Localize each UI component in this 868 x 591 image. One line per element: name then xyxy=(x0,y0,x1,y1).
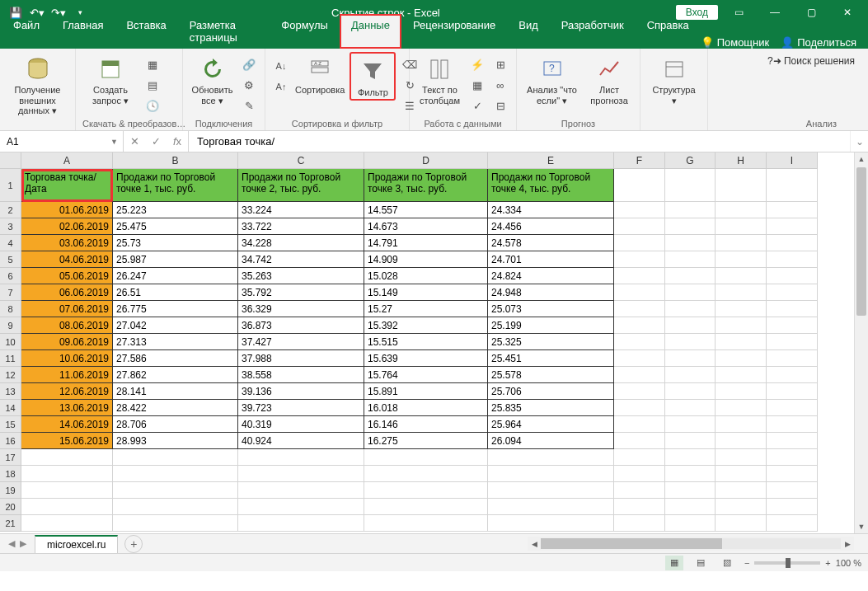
cell[interactable] xyxy=(716,400,767,416)
cell[interactable] xyxy=(665,367,716,383)
cell[interactable] xyxy=(716,416,767,433)
scroll-down-icon[interactable]: ▼ xyxy=(855,520,868,533)
tab-справка[interactable]: Справка xyxy=(636,14,701,49)
hscroll-thumb[interactable] xyxy=(541,538,722,549)
row-header[interactable]: 2 xyxy=(0,202,21,218)
cell[interactable] xyxy=(716,317,767,334)
cell[interactable] xyxy=(665,499,716,515)
tab-файл[interactable]: Файл xyxy=(2,14,51,49)
cell[interactable]: 25.73 xyxy=(113,235,238,251)
col-header[interactable]: I xyxy=(767,152,818,168)
cell[interactable] xyxy=(716,301,767,317)
cell[interactable]: 35.792 xyxy=(238,284,364,301)
cell[interactable]: 36.329 xyxy=(238,301,364,317)
sort-desc-icon[interactable]: A↑ xyxy=(272,77,290,96)
forecast-sheet-button[interactable]: Лист прогноза xyxy=(585,52,633,106)
tab-вид[interactable]: Вид xyxy=(507,14,550,49)
cell[interactable]: 25.475 xyxy=(113,218,238,235)
sheet-prev-icon[interactable]: ◀ xyxy=(8,538,15,549)
cell[interactable]: 25.987 xyxy=(113,251,238,268)
cell[interactable]: 34.742 xyxy=(238,251,364,268)
tab-данные[interactable]: Данные xyxy=(340,14,401,49)
cell[interactable] xyxy=(767,383,818,400)
cell[interactable] xyxy=(665,466,716,482)
cell[interactable]: 27.586 xyxy=(113,350,238,367)
cell[interactable] xyxy=(767,284,818,301)
cell[interactable] xyxy=(113,499,238,515)
cell[interactable] xyxy=(21,499,113,515)
cell[interactable] xyxy=(716,383,767,400)
tab-главная[interactable]: Главная xyxy=(51,14,115,49)
cell[interactable] xyxy=(614,202,665,218)
cell[interactable] xyxy=(488,449,614,466)
cell[interactable] xyxy=(113,482,238,499)
cell[interactable] xyxy=(364,482,488,499)
ribbon-options-icon[interactable]: ▭ xyxy=(723,0,754,25)
cell[interactable]: 15.764 xyxy=(364,367,488,383)
cell[interactable]: 14.06.2019 xyxy=(21,416,113,433)
cell[interactable] xyxy=(614,317,665,334)
cell[interactable]: 15.891 xyxy=(364,383,488,400)
cell[interactable]: 25.451 xyxy=(488,350,614,367)
cell[interactable] xyxy=(716,218,767,235)
cell[interactable] xyxy=(767,515,818,532)
row-header[interactable]: 3 xyxy=(0,218,21,235)
col-header[interactable]: G xyxy=(665,152,716,168)
cell[interactable]: 38.558 xyxy=(238,367,364,383)
cell[interactable] xyxy=(614,301,665,317)
get-external-data-button[interactable]: Получение внешних данных ▾ xyxy=(7,52,68,116)
cell[interactable] xyxy=(113,466,238,482)
cell[interactable] xyxy=(716,499,767,515)
outline-button[interactable]: Структура ▾ xyxy=(647,52,701,106)
cell[interactable] xyxy=(614,350,665,367)
filter-button[interactable]: Фильтр xyxy=(352,54,393,98)
cell[interactable]: 25.706 xyxy=(488,383,614,400)
close-icon[interactable]: ✕ xyxy=(832,0,863,25)
remove-duplicates-icon[interactable]: ▦ xyxy=(468,76,486,94)
cell[interactable]: 15.27 xyxy=(364,301,488,317)
cell[interactable] xyxy=(716,169,767,202)
cell[interactable]: 33.224 xyxy=(238,202,364,218)
add-sheet-icon[interactable]: + xyxy=(124,535,143,553)
cell[interactable] xyxy=(716,334,767,350)
cell[interactable]: 02.06.2019 xyxy=(21,218,113,235)
row-header[interactable]: 4 xyxy=(0,235,21,251)
row-header[interactable]: 1 xyxy=(0,169,21,202)
cell[interactable] xyxy=(665,400,716,416)
cell[interactable]: 33.722 xyxy=(238,218,364,235)
cell[interactable] xyxy=(767,433,818,449)
cell[interactable]: 25.223 xyxy=(113,202,238,218)
cell[interactable]: 11.06.2019 xyxy=(21,367,113,383)
cell[interactable] xyxy=(113,449,238,466)
cell[interactable]: 15.515 xyxy=(364,334,488,350)
col-header[interactable]: B xyxy=(113,152,238,168)
tell-me-button[interactable]: 💡 Помощник xyxy=(701,36,770,49)
sort-asc-icon[interactable]: A↓ xyxy=(272,57,290,75)
flash-fill-icon[interactable]: ⚡ xyxy=(468,55,486,73)
cell[interactable] xyxy=(716,350,767,367)
cell[interactable] xyxy=(665,334,716,350)
cell[interactable] xyxy=(665,268,716,284)
relationships-icon[interactable]: ∞ xyxy=(491,76,509,94)
row-header[interactable]: 9 xyxy=(0,317,21,334)
tab-рецензирование[interactable]: Рецензирование xyxy=(401,14,507,49)
cell[interactable] xyxy=(21,466,113,482)
col-header[interactable]: C xyxy=(238,152,364,168)
tab-разметка страницы[interactable]: Разметка страницы xyxy=(178,14,270,49)
formula-input[interactable]: Торговая точка/ xyxy=(189,131,850,152)
cell[interactable]: Продажи по Торговой точке 4, тыс. руб. xyxy=(488,169,614,202)
cell[interactable]: 24.456 xyxy=(488,218,614,235)
data-validation-icon[interactable]: ✓ xyxy=(468,96,486,115)
cell[interactable]: 15.028 xyxy=(364,268,488,284)
cell[interactable] xyxy=(614,449,665,466)
cell[interactable] xyxy=(767,202,818,218)
cell[interactable] xyxy=(716,466,767,482)
cell[interactable]: 26.094 xyxy=(488,433,614,449)
cell[interactable] xyxy=(364,449,488,466)
cell[interactable] xyxy=(614,499,665,515)
cell[interactable] xyxy=(767,301,818,317)
cell[interactable]: 01.06.2019 xyxy=(21,202,113,218)
cell[interactable] xyxy=(113,515,238,532)
cell[interactable] xyxy=(767,218,818,235)
new-query-button[interactable]: Создать запрос ▾ xyxy=(82,52,138,106)
